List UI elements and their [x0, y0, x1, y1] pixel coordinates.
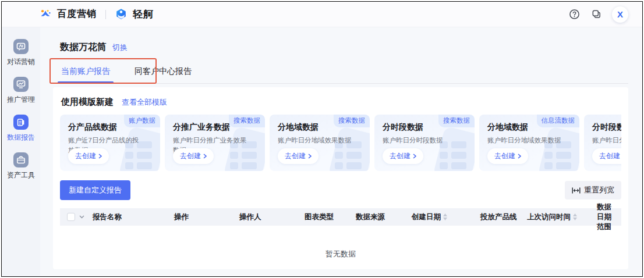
create-from-template-button[interactable]: 去创建	[68, 148, 109, 164]
template-card-timeslot-clipped: 分时段数据 账户昨日分 去创建	[584, 115, 621, 171]
create-from-template-button[interactable]: 去创建	[383, 148, 423, 164]
brand-primary-label: 百度营销	[57, 8, 97, 20]
template-card-desc: 账户昨日分地域效果数据	[487, 136, 564, 145]
sidebar-item-dialog-marketing[interactable]: 对话营销	[2, 39, 40, 67]
chevron-down-icon[interactable]	[79, 215, 84, 219]
template-card-desc: 账户昨日分地域效果数据	[278, 136, 355, 145]
select-all-checkbox[interactable]	[67, 213, 75, 221]
template-card-title: 分时段数据	[592, 122, 621, 133]
table-decoration	[534, 129, 579, 171]
col-product-line: 投放产品线	[480, 212, 527, 222]
copy-icon[interactable]	[590, 8, 603, 21]
template-section-head: 使用模版新建 查看全部模版	[60, 97, 621, 108]
reset-column-width-button[interactable]: 重置列宽	[565, 181, 621, 199]
qingge-logo-icon	[115, 8, 128, 21]
col-data-date-range: 数据日期范围	[597, 202, 621, 232]
empty-state-text: 暂无数据	[60, 249, 621, 259]
sidebar-item-label: 对话营销	[2, 57, 40, 67]
col-operator: 操作人	[239, 212, 305, 222]
sidebar-item-label: 推广管理	[2, 95, 40, 105]
new-custom-report-button[interactable]: 新建自定义报告	[60, 180, 130, 200]
table-select-cell	[60, 213, 93, 221]
brand-secondary-label: 轻舸	[133, 8, 154, 21]
baidu-marketing-logo-icon	[39, 8, 52, 21]
template-card-desc: 账户昨日分	[592, 136, 621, 145]
user-avatar[interactable]: X	[612, 6, 628, 23]
template-card-region-search: 搜索数据 分地域数据 账户昨日分地域效果数据 去创建	[270, 115, 370, 171]
create-from-template-button[interactable]: 去创建	[173, 148, 214, 164]
briefcase-icon	[13, 152, 29, 167]
page-head: 数据万花筒 切换	[53, 27, 628, 54]
table-header: 报告名称 操作 操作人 图表类型 数据来源 创建日期 投放产品线 上次访问时间	[60, 208, 621, 226]
col-operation: 操作	[174, 212, 239, 222]
col-data-source: 数据来源	[356, 212, 412, 222]
report-toolbar: 新建自定义报告 重置列宽	[60, 180, 621, 200]
header-actions: X	[568, 6, 628, 23]
template-section-title: 使用模版新建	[61, 97, 114, 108]
data-source-badge: 搜索数据	[229, 115, 265, 127]
template-card-timeslot-search: 搜索数据 分时段数据 账户昨日分时段数据 去创建	[374, 115, 475, 171]
sidebar-item-label: 资产工具	[2, 170, 40, 180]
col-chart-type: 图表类型	[305, 212, 356, 222]
sort-icon[interactable]	[573, 213, 577, 220]
create-from-template-button[interactable]: 去创建	[487, 148, 528, 164]
help-icon[interactable]	[568, 8, 581, 21]
create-from-template-button[interactable]: 去创建	[592, 148, 621, 164]
sidebar-item-label: 数据报告	[2, 133, 40, 142]
page-inner: 数据万花筒 切换 当前账户报告 同客户中心报告 使用模版新建 查看全部模版 账户…	[53, 27, 628, 269]
brand-area: 百度营销 轻舸	[39, 8, 154, 21]
table-decoration	[324, 129, 370, 171]
top-bar: 百度营销 轻舸	[2, 2, 642, 27]
data-source-badge: 账户数据	[124, 115, 160, 127]
template-card-product-line: 账户数据 分产品线数据 账户近7日分产品线的投放数据 去创建	[60, 115, 160, 171]
sidebar-item-promotion-management[interactable]: 推广管理	[2, 77, 40, 105]
template-card-row: 账户数据 分产品线数据 账户近7日分产品线的投放数据 去创建 搜索数据 分推广业…	[60, 115, 621, 171]
view-all-templates-link[interactable]: 查看全部模版	[122, 97, 167, 108]
tabs-row: 当前账户报告 同客户中心报告	[53, 62, 628, 84]
tab-current-account-report[interactable]: 当前账户报告	[60, 62, 111, 83]
main-content: 数据万花筒 切换 当前账户报告 同客户中心报告 使用模版新建 查看全部模版 账户…	[40, 27, 642, 276]
data-source-badge: 搜索数据	[438, 115, 475, 127]
create-from-template-button[interactable]: 去创建	[278, 148, 319, 164]
column-width-icon	[572, 187, 581, 194]
template-card-region-feed: 信息流数据 分地域数据 账户昨日分地域效果数据 去创建	[479, 115, 579, 171]
sidebar: 对话营销 推广管理	[2, 27, 40, 276]
brand-divider	[105, 10, 106, 19]
col-last-visit-time[interactable]: 上次访问时间	[527, 212, 597, 222]
report-panel: 使用模版新建 查看全部模版 账户数据 分产品线数据 账户近7日分产品线的投放数据…	[53, 87, 628, 269]
body-row: 对话营销 推广管理	[2, 27, 642, 276]
chat-ai-icon	[13, 39, 29, 54]
data-source-badge: 搜索数据	[334, 115, 370, 127]
sidebar-item-data-report[interactable]: 数据报告	[2, 115, 40, 142]
trend-chart-icon	[13, 77, 29, 92]
report-doc-icon	[13, 115, 29, 130]
switch-link[interactable]: 切换	[112, 42, 128, 53]
app-window: 百度营销 轻舸	[1, 1, 643, 277]
col-report-name: 报告名称	[93, 212, 174, 222]
page-title: 数据万花筒	[60, 41, 107, 54]
sidebar-item-asset-tools[interactable]: 资产工具	[2, 152, 40, 180]
data-source-badge: 信息流数据	[537, 115, 580, 127]
table-decoration	[429, 129, 475, 171]
template-card-promotion-business: 搜索数据 分推广业务数据 账户昨日分推广业务效果数据 去创建	[165, 115, 265, 171]
template-card-desc: 账户昨日分时段数据	[383, 136, 459, 145]
sort-icon[interactable]	[443, 213, 447, 220]
col-create-date[interactable]: 创建日期	[412, 212, 480, 222]
tab-customer-center-report[interactable]: 同客户中心报告	[133, 62, 193, 83]
